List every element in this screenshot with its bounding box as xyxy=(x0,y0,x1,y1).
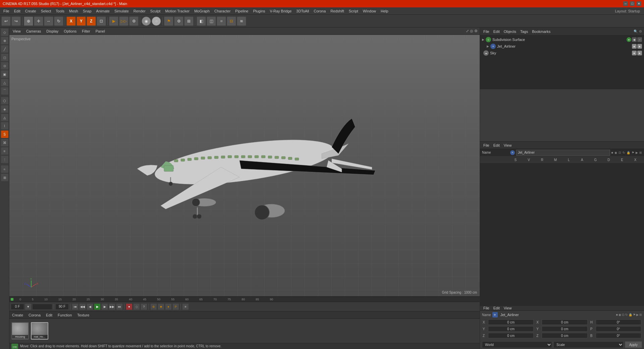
prev-key-button[interactable]: ◀◀ xyxy=(79,303,86,310)
maximize-button[interactable]: □ xyxy=(630,1,635,6)
menu-plugins[interactable]: Plugins xyxy=(251,8,267,14)
menu-character[interactable]: Character xyxy=(212,8,232,14)
mat-menu-function[interactable]: Function xyxy=(56,313,73,317)
help-button[interactable]: ? xyxy=(141,303,147,310)
coord-world-dropdown[interactable]: World xyxy=(482,341,552,348)
undo-button[interactable]: ↩ xyxy=(1,16,11,26)
end-frame-input[interactable] xyxy=(55,304,69,310)
menu-window[interactable]: Window xyxy=(361,8,378,14)
bridge-tool[interactable]: ⊞ xyxy=(1,173,9,182)
extrude-tool[interactable]: ⬡ xyxy=(1,97,9,105)
objects-menu-bookmarks[interactable]: Bookmarks xyxy=(531,29,552,34)
play-button[interactable]: ▶ xyxy=(94,303,101,310)
timeline-button[interactable]: ⊟ xyxy=(227,16,236,26)
objects-menu-file[interactable]: File xyxy=(482,29,491,34)
inner-extrude[interactable]: ◈ xyxy=(1,105,9,113)
record-button[interactable]: ● xyxy=(126,303,132,310)
menu-help[interactable]: Help xyxy=(379,8,390,14)
menu-script[interactable]: Script xyxy=(347,8,360,14)
menu-snap[interactable]: Snap xyxy=(81,8,94,14)
coord-b-input[interactable] xyxy=(596,333,641,338)
tree-badge-sky-vis[interactable]: ■ xyxy=(632,51,637,55)
square-key-button[interactable]: ■ xyxy=(158,303,164,310)
material-editor-button[interactable]: ◉ xyxy=(142,16,151,26)
jump-end-button[interactable]: ⏭ xyxy=(116,303,123,310)
poly-sel[interactable]: △ xyxy=(1,79,9,87)
texture-button[interactable]: ○ xyxy=(152,16,161,26)
poly-tool[interactable]: ◻ xyxy=(1,53,9,61)
viewport-menu-display[interactable]: Display xyxy=(45,29,60,34)
schematic-button[interactable]: ◫ xyxy=(207,16,216,26)
iron-tool[interactable]: ≡ xyxy=(1,147,9,155)
objects-menu-edit[interactable]: Edit xyxy=(492,29,501,34)
tree-item-subdivision[interactable]: ▶ S Subdivision Surface ● ◉ ✓ xyxy=(480,36,644,43)
menu-vray[interactable]: V-Ray Bridge xyxy=(268,8,294,14)
twist-tool[interactable]: ⋮ xyxy=(1,155,9,163)
material-mat-ho[interactable]: mat_Ho... xyxy=(31,322,48,340)
xpresso-button[interactable]: ⌗ xyxy=(217,16,226,26)
viewport-menu-cameras[interactable]: Cameras xyxy=(25,29,43,34)
props-menu-edit[interactable]: Edit xyxy=(492,143,501,148)
objects-menu-tags[interactable]: Tags xyxy=(519,29,529,34)
transport-extra[interactable]: ≡ xyxy=(182,303,189,310)
motion-key-button[interactable]: P xyxy=(172,303,179,310)
slide-tool[interactable]: ≈ xyxy=(1,165,9,173)
f-curve-button[interactable]: ≋ xyxy=(237,16,246,26)
coord-h-input[interactable] xyxy=(596,319,641,325)
add-key-button[interactable]: ⊕ xyxy=(150,303,157,310)
rect-sel[interactable]: ▣ xyxy=(1,70,9,78)
menu-tools[interactable]: Tools xyxy=(54,8,66,14)
viewport[interactable]: Perspective Grid Spacing : 1000 cm X Z Y xyxy=(9,35,480,296)
coord-edit[interactable]: Edit xyxy=(492,306,501,310)
menu-corona[interactable]: Corona xyxy=(312,8,328,14)
coord-size-z-input[interactable] xyxy=(542,333,587,338)
x-axis-button[interactable]: X xyxy=(66,16,76,26)
props-menu-file[interactable]: File xyxy=(482,143,491,148)
edge-tool[interactable]: ╱ xyxy=(1,45,9,53)
coord-y-input[interactable] xyxy=(488,326,534,332)
current-frame-input[interactable] xyxy=(11,304,24,310)
tree-badge-sky-ren[interactable]: ■ xyxy=(637,51,642,55)
menu-redshift[interactable]: Redshift xyxy=(328,8,346,14)
settings-icon-objects[interactable]: ⚙ xyxy=(639,30,642,33)
scale-button[interactable]: ↔ xyxy=(44,16,53,26)
tree-expand-jet[interactable]: ▶ xyxy=(487,45,489,48)
close-button[interactable]: ✕ xyxy=(637,1,641,6)
menu-render[interactable]: Render xyxy=(131,8,148,14)
tree-badge-jet-vis[interactable]: ■ xyxy=(632,44,637,49)
frame-input-step[interactable]: ▼ xyxy=(25,303,32,310)
menu-motion-tracker[interactable]: Motion Tracker xyxy=(163,8,192,14)
menu-animate[interactable]: Animate xyxy=(94,8,112,14)
search-icon-objects[interactable]: 🔍 xyxy=(634,30,638,33)
live-sel[interactable]: ⊙ xyxy=(1,62,9,70)
menu-select[interactable]: Select xyxy=(39,8,53,14)
minimize-button[interactable]: ─ xyxy=(623,1,628,6)
viewport-icon-move[interactable]: ⤢ xyxy=(466,29,469,33)
material-housing[interactable]: Housing xyxy=(11,322,29,340)
menu-pipeline[interactable]: Pipeline xyxy=(233,8,250,14)
coord-size-y-input[interactable] xyxy=(542,326,587,332)
viewport-menu-filter[interactable]: Filter xyxy=(80,29,91,34)
world-coord-button[interactable]: ⊡ xyxy=(97,16,106,26)
menu-file[interactable]: File xyxy=(1,8,11,14)
tree-badge-visible[interactable]: ● xyxy=(627,37,631,42)
menu-edit[interactable]: Edit xyxy=(12,8,22,14)
snap-settings-button[interactable]: ⚙ xyxy=(174,16,183,26)
tree-item-sky[interactable]: ☁ Sky ■ ■ xyxy=(480,50,644,56)
props-menu-view[interactable]: View xyxy=(502,143,513,148)
select-button[interactable]: ⊕ xyxy=(24,16,33,26)
coord-file[interactable]: File xyxy=(482,306,491,310)
mat-menu-create[interactable]: Create xyxy=(11,313,24,317)
coord-view[interactable]: View xyxy=(502,306,513,310)
render-view-button[interactable]: ▶ xyxy=(109,16,118,26)
point-tool[interactable]: ⊕ xyxy=(1,37,9,45)
knife-tool[interactable]: ⌇ xyxy=(1,122,9,130)
viewport-icon-lock[interactable]: ◎ xyxy=(470,29,473,33)
grid-button[interactable]: ⊞ xyxy=(184,16,194,26)
next-key-button[interactable]: ▶▶ xyxy=(109,303,115,310)
coord-x-input[interactable] xyxy=(488,319,534,325)
tree-expand-subdivision[interactable]: ▶ xyxy=(482,38,484,41)
menu-simulate[interactable]: Simulate xyxy=(112,8,131,14)
menu-create[interactable]: Create xyxy=(23,8,38,14)
next-frame-button[interactable]: ▶ xyxy=(101,303,108,310)
